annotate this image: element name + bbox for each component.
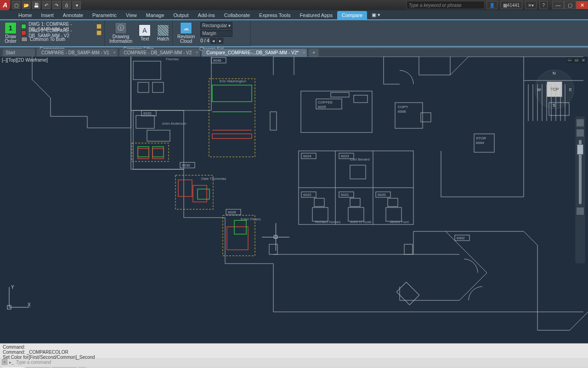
svg-text:6024: 6024 bbox=[303, 154, 311, 158]
ribbon-tabs: Home Insert Annotate Parametric View Man… bbox=[0, 10, 588, 19]
close-tab-icon[interactable]: × bbox=[196, 50, 198, 55]
svg-rect-85 bbox=[549, 103, 569, 115]
close-tab-icon[interactable]: × bbox=[303, 50, 305, 55]
browse-icon[interactable] bbox=[96, 24, 102, 29]
titlebar: A ▢ 📂 💾 ↶ ↷ ⎙ ▾ Type a keyword or phrase… bbox=[0, 0, 588, 10]
dwg2-row[interactable]: DWG 2: COMPARE - DB_SAMP-MM - V2 bbox=[21, 30, 102, 36]
exchange-icon[interactable]: ✕▾ bbox=[525, 1, 537, 9]
coord-display: ▦ 41441 bbox=[500, 1, 523, 9]
margin-field[interactable]: Margin bbox=[200, 30, 232, 37]
svg-rect-91 bbox=[404, 244, 413, 254]
svg-rect-65 bbox=[314, 198, 324, 207]
tab-output[interactable]: Output bbox=[169, 11, 193, 19]
close-commandline-icon[interactable]: × bbox=[2, 359, 7, 365]
tab-insert[interactable]: Insert bbox=[36, 11, 58, 19]
ribbon-body: 1 Draw Order DWG 1: COMPARE - DB_SAMP-MM… bbox=[0, 19, 588, 46]
draw-order-icon: 1 bbox=[5, 22, 17, 34]
file-tab-start[interactable]: Start bbox=[3, 49, 35, 57]
qat-undo-icon[interactable]: ↶ bbox=[42, 1, 51, 9]
next-change-button[interactable]: ▸ bbox=[217, 38, 223, 44]
quick-access-toolbar: ▢ 📂 💾 ↶ ↷ ⎙ ▾ bbox=[12, 1, 81, 9]
browse-icon[interactable] bbox=[96, 30, 102, 35]
close-button[interactable]: ✕ bbox=[576, 1, 588, 9]
svg-rect-13 bbox=[212, 85, 252, 102]
svg-rect-72 bbox=[386, 207, 401, 221]
file-tab[interactable]: COMPARE - DB_SAMP-MM - V1× bbox=[37, 49, 118, 57]
hatch-filter-button[interactable]: Hatch bbox=[155, 23, 171, 42]
tab-home[interactable]: Home bbox=[14, 11, 36, 19]
tab-overflow-icon[interactable]: ▣ ▾ bbox=[367, 11, 385, 19]
svg-text:6022: 6022 bbox=[303, 193, 311, 197]
tab-express[interactable]: Express Tools bbox=[254, 11, 295, 19]
qat-redo-icon[interactable]: ↷ bbox=[52, 1, 61, 9]
svg-rect-40 bbox=[331, 92, 349, 97]
signin-button[interactable]: 👤 bbox=[486, 1, 498, 9]
maximize-button[interactable]: ▢ bbox=[564, 1, 576, 9]
svg-rect-20 bbox=[153, 147, 164, 157]
tab-view[interactable]: View bbox=[121, 11, 141, 19]
panel-compare-filter: ⓘDrawing Information AText Hatch Compare… bbox=[105, 20, 173, 46]
svg-text:6025: 6025 bbox=[318, 105, 326, 109]
svg-rect-45 bbox=[421, 113, 431, 122]
qat-more-icon[interactable]: ▾ bbox=[73, 1, 81, 9]
change-counter: 0 / 4 ◂ ▸ bbox=[200, 38, 232, 44]
revcloud-icon: ☁ bbox=[180, 22, 192, 34]
file-tab[interactable]: COMPARE - DB_SAMP-MM - V2× bbox=[119, 49, 200, 57]
tab-featured[interactable]: Featured Apps bbox=[295, 11, 337, 19]
tab-annotate[interactable]: Annotate bbox=[58, 11, 88, 19]
svg-text:STOR: STOR bbox=[476, 136, 486, 140]
svg-text:Y: Y bbox=[11, 285, 14, 290]
tab-compare[interactable]: Compare bbox=[337, 11, 367, 19]
text-icon: A bbox=[139, 24, 151, 36]
revcloud-shape-select[interactable]: Rectangular▾ bbox=[200, 22, 232, 29]
draw-order-button[interactable]: 1 Draw Order bbox=[3, 21, 18, 45]
app-logo[interactable]: A bbox=[0, 0, 10, 10]
info-icon: ⓘ bbox=[115, 22, 127, 34]
new-file-tab-button[interactable]: + bbox=[309, 49, 319, 57]
command-chevron-icon: ▸_ bbox=[9, 360, 14, 365]
hatch-icon bbox=[157, 24, 169, 36]
close-tab-icon[interactable]: × bbox=[113, 50, 115, 55]
svg-text:COFFEE: COFFEE bbox=[318, 100, 333, 104]
svg-text:6004: 6004 bbox=[476, 141, 484, 145]
svg-text:6020: 6020 bbox=[378, 193, 386, 197]
svg-rect-9 bbox=[136, 115, 154, 128]
drawing-canvas[interactable]: [–][Top][2D Wireframe] — ▭ × TOP N S E W… bbox=[0, 57, 588, 343]
qat-new-icon[interactable]: ▢ bbox=[12, 1, 20, 9]
drawing-info-button[interactable]: ⓘDrawing Information bbox=[107, 21, 134, 45]
svg-text:6048: 6048 bbox=[213, 58, 221, 63]
svg-rect-41 bbox=[354, 95, 368, 103]
svg-rect-0 bbox=[133, 61, 161, 80]
command-input[interactable]: Type a command bbox=[16, 360, 586, 365]
svg-text:X: X bbox=[28, 302, 31, 307]
prev-change-button[interactable]: ◂ bbox=[210, 38, 216, 44]
svg-rect-88 bbox=[396, 282, 419, 305]
command-line[interactable]: × ▸_ Type a command bbox=[0, 358, 588, 366]
revision-cloud-button[interactable]: ☁Revision Cloud bbox=[175, 21, 197, 45]
help-button[interactable]: ? bbox=[539, 1, 548, 9]
titlebar-right: 👤 ▦ 41441 ✕▾ ? bbox=[486, 1, 548, 9]
qat-open-icon[interactable]: 📂 bbox=[22, 1, 30, 9]
tab-manage[interactable]: Manage bbox=[141, 11, 169, 19]
qat-save-icon[interactable]: 💾 bbox=[32, 1, 40, 9]
svg-rect-64 bbox=[350, 165, 366, 179]
color-chip-green bbox=[21, 24, 26, 29]
tab-parametric[interactable]: Parametric bbox=[88, 11, 121, 19]
svg-text:6032: 6032 bbox=[143, 111, 152, 115]
common-row[interactable]: Common To Both bbox=[21, 36, 102, 42]
file-tabs: Start COMPARE - DB_SAMP-MM - V1× COMPARE… bbox=[0, 48, 588, 57]
panel-change-set: ☁Revision Cloud Rectangular▾ Margin 0 / … bbox=[173, 20, 251, 46]
svg-text:6002: 6002 bbox=[457, 236, 465, 240]
minimize-button[interactable]: — bbox=[552, 1, 564, 9]
svg-text:6023: 6023 bbox=[341, 154, 349, 158]
file-tab[interactable]: Compare_COMPARE-...DB_SAMP-MM - V2*× bbox=[202, 49, 307, 57]
svg-text:6030: 6030 bbox=[182, 163, 190, 167]
tab-collaborate[interactable]: Collaborate bbox=[220, 11, 254, 19]
search-input[interactable]: Type a keyword or phrase bbox=[407, 1, 485, 9]
svg-text:6028: 6028 bbox=[228, 210, 236, 214]
text-filter-button[interactable]: AText bbox=[137, 23, 153, 42]
svg-rect-12 bbox=[209, 79, 255, 157]
svg-rect-6 bbox=[133, 110, 184, 169]
qat-print-icon[interactable]: ⎙ bbox=[62, 1, 71, 9]
tab-addins[interactable]: Add-ins bbox=[193, 11, 220, 19]
